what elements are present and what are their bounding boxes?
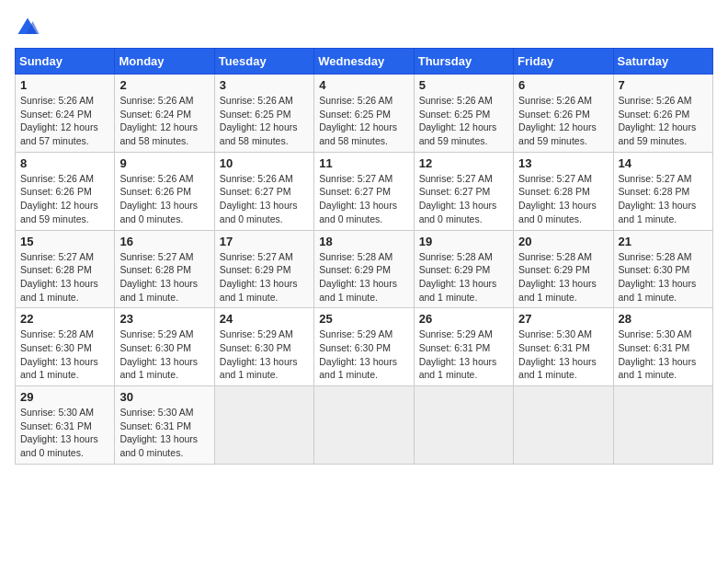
calendar-cell: 18Sunrise: 5:28 AMSunset: 6:29 PMDayligh… [314,230,414,308]
day-number: 26 [419,312,508,326]
day-number: 5 [419,78,508,92]
day-detail: Sunrise: 5:26 AMSunset: 6:26 PMDaylight:… [119,172,209,226]
day-detail: Sunrise: 5:26 AMSunset: 6:27 PMDaylight:… [220,172,309,226]
day-number: 6 [518,78,608,92]
calendar-cell: 28Sunrise: 5:30 AMSunset: 6:31 PMDayligh… [613,308,712,386]
calendar-cell [214,386,313,465]
day-number: 18 [319,235,408,248]
day-detail: Sunrise: 5:27 AMSunset: 6:28 PMDaylight:… [619,172,708,226]
weekday-header: Tuesday [214,49,313,75]
calendar-week-row: 15Sunrise: 5:27 AMSunset: 6:28 PMDayligh… [16,230,713,308]
day-number: 15 [20,235,109,248]
calendar-cell: 23Sunrise: 5:29 AMSunset: 6:30 PMDayligh… [115,308,214,386]
calendar-cell: 21Sunrise: 5:28 AMSunset: 6:30 PMDayligh… [613,230,712,308]
calendar-table: SundayMondayTuesdayWednesdayThursdayFrid… [15,48,713,465]
calendar-cell: 3Sunrise: 5:26 AMSunset: 6:25 PMDaylight… [214,75,313,153]
day-detail: Sunrise: 5:28 AMSunset: 6:30 PMDaylight:… [619,250,708,304]
day-detail: Sunrise: 5:27 AMSunset: 6:28 PMDaylight:… [518,172,608,226]
calendar-cell: 27Sunrise: 5:30 AMSunset: 6:31 PMDayligh… [514,308,613,386]
calendar-cell: 7Sunrise: 5:26 AMSunset: 6:26 PMDaylight… [613,75,712,153]
day-detail: Sunrise: 5:26 AMSunset: 6:25 PMDaylight:… [319,94,408,148]
logo-icon [15,15,40,40]
day-detail: Sunrise: 5:26 AMSunset: 6:24 PMDaylight:… [119,94,209,148]
day-number: 8 [20,156,109,170]
day-number: 14 [619,156,708,170]
calendar-cell: 5Sunrise: 5:26 AMSunset: 6:25 PMDaylight… [414,75,513,153]
day-detail: Sunrise: 5:28 AMSunset: 6:29 PMDaylight:… [319,250,408,304]
day-number: 9 [119,156,209,170]
day-detail: Sunrise: 5:30 AMSunset: 6:31 PMDaylight:… [619,327,708,382]
day-number: 2 [119,78,209,92]
day-number: 23 [119,312,209,326]
day-number: 25 [319,312,408,326]
calendar-cell: 2Sunrise: 5:26 AMSunset: 6:24 PMDaylight… [115,75,214,153]
calendar-week-row: 1Sunrise: 5:26 AMSunset: 6:24 PMDaylight… [16,75,713,153]
day-detail: Sunrise: 5:28 AMSunset: 6:29 PMDaylight:… [419,250,508,304]
day-detail: Sunrise: 5:27 AMSunset: 6:28 PMDaylight:… [119,250,209,304]
day-detail: Sunrise: 5:26 AMSunset: 6:25 PMDaylight:… [419,94,508,148]
day-detail: Sunrise: 5:27 AMSunset: 6:29 PMDaylight:… [220,250,309,304]
calendar-cell: 20Sunrise: 5:28 AMSunset: 6:29 PMDayligh… [514,230,613,308]
day-number: 19 [419,235,508,248]
page-header [15,15,713,40]
day-number: 21 [619,235,708,248]
day-detail: Sunrise: 5:27 AMSunset: 6:27 PMDaylight:… [419,172,508,226]
day-number: 30 [119,390,209,404]
day-detail: Sunrise: 5:26 AMSunset: 6:24 PMDaylight:… [20,94,109,148]
day-number: 28 [619,312,708,326]
day-number: 16 [119,235,209,248]
calendar-cell: 6Sunrise: 5:26 AMSunset: 6:26 PMDaylight… [514,75,613,153]
calendar-cell: 25Sunrise: 5:29 AMSunset: 6:30 PMDayligh… [314,308,414,386]
day-detail: Sunrise: 5:30 AMSunset: 6:31 PMDaylight:… [518,327,608,382]
day-number: 3 [220,78,309,92]
calendar-cell: 15Sunrise: 5:27 AMSunset: 6:28 PMDayligh… [16,230,115,308]
day-detail: Sunrise: 5:26 AMSunset: 6:26 PMDaylight:… [619,94,708,148]
weekday-header: Thursday [414,49,513,75]
calendar-cell: 22Sunrise: 5:28 AMSunset: 6:30 PMDayligh… [16,308,115,386]
day-detail: Sunrise: 5:27 AMSunset: 6:27 PMDaylight:… [319,172,408,226]
day-number: 29 [20,390,109,404]
calendar-cell: 30Sunrise: 5:30 AMSunset: 6:31 PMDayligh… [115,386,214,465]
day-detail: Sunrise: 5:26 AMSunset: 6:26 PMDaylight:… [518,94,608,148]
calendar-cell: 19Sunrise: 5:28 AMSunset: 6:29 PMDayligh… [414,230,513,308]
calendar-cell: 16Sunrise: 5:27 AMSunset: 6:28 PMDayligh… [115,230,214,308]
calendar-cell: 29Sunrise: 5:30 AMSunset: 6:31 PMDayligh… [16,386,115,465]
day-number: 24 [220,312,309,326]
day-number: 11 [319,156,408,170]
calendar-cell [514,386,613,465]
day-number: 1 [20,78,109,92]
day-detail: Sunrise: 5:29 AMSunset: 6:31 PMDaylight:… [419,327,508,382]
day-detail: Sunrise: 5:28 AMSunset: 6:30 PMDaylight:… [20,327,109,382]
weekday-header: Sunday [16,49,115,75]
calendar-cell [314,386,414,465]
weekday-row: SundayMondayTuesdayWednesdayThursdayFrid… [16,49,713,75]
day-detail: Sunrise: 5:29 AMSunset: 6:30 PMDaylight:… [319,327,408,382]
calendar-cell: 1Sunrise: 5:26 AMSunset: 6:24 PMDaylight… [16,75,115,153]
calendar-cell: 4Sunrise: 5:26 AMSunset: 6:25 PMDaylight… [314,75,414,153]
day-number: 13 [518,156,608,170]
day-number: 20 [518,235,608,248]
day-number: 22 [20,312,109,326]
calendar-week-row: 29Sunrise: 5:30 AMSunset: 6:31 PMDayligh… [16,386,713,465]
calendar-cell [414,386,513,465]
weekday-header: Saturday [613,49,712,75]
calendar-cell: 9Sunrise: 5:26 AMSunset: 6:26 PMDaylight… [115,152,214,230]
day-number: 27 [518,312,608,326]
calendar-cell [613,386,712,465]
weekday-header: Wednesday [314,49,414,75]
day-detail: Sunrise: 5:29 AMSunset: 6:30 PMDaylight:… [220,327,309,382]
calendar-cell: 17Sunrise: 5:27 AMSunset: 6:29 PMDayligh… [214,230,313,308]
logo [15,15,44,40]
calendar-cell: 11Sunrise: 5:27 AMSunset: 6:27 PMDayligh… [314,152,414,230]
day-detail: Sunrise: 5:28 AMSunset: 6:29 PMDaylight:… [518,250,608,304]
calendar-body: 1Sunrise: 5:26 AMSunset: 6:24 PMDaylight… [16,75,713,465]
weekday-header: Friday [514,49,613,75]
calendar-cell: 8Sunrise: 5:26 AMSunset: 6:26 PMDaylight… [16,152,115,230]
day-detail: Sunrise: 5:30 AMSunset: 6:31 PMDaylight:… [20,406,109,460]
day-detail: Sunrise: 5:30 AMSunset: 6:31 PMDaylight:… [119,406,209,460]
calendar-cell: 10Sunrise: 5:26 AMSunset: 6:27 PMDayligh… [214,152,313,230]
day-number: 12 [419,156,508,170]
calendar-cell: 24Sunrise: 5:29 AMSunset: 6:30 PMDayligh… [214,308,313,386]
calendar-cell: 12Sunrise: 5:27 AMSunset: 6:27 PMDayligh… [414,152,513,230]
day-detail: Sunrise: 5:26 AMSunset: 6:26 PMDaylight:… [20,172,109,226]
